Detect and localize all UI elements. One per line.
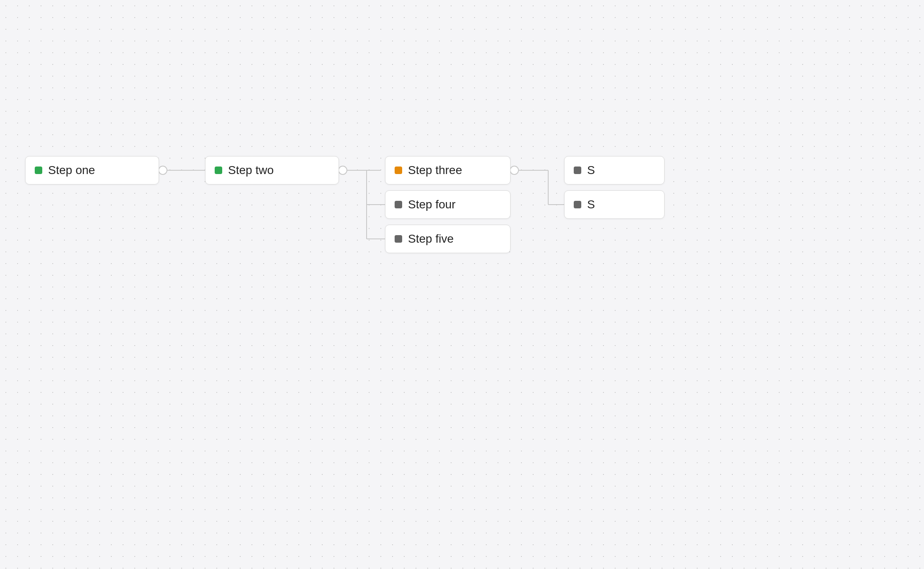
step-five-label: Step five: [408, 232, 454, 246]
step-one-dot: [35, 167, 42, 174]
step-five-node[interactable]: Step five: [385, 225, 511, 253]
step-six-dot: [574, 167, 581, 174]
step-one-node[interactable]: Step one: [25, 156, 159, 185]
connections-svg: [0, 0, 924, 569]
step-two-node[interactable]: Step two: [205, 156, 339, 185]
step-seven-dot: [574, 201, 581, 208]
step-seven-node[interactable]: S: [564, 190, 665, 219]
svg-point-8: [159, 166, 167, 174]
step-two-dot: [215, 167, 222, 174]
step-two-label: Step two: [228, 164, 274, 177]
step-four-dot: [395, 201, 402, 208]
step-six-node[interactable]: S: [564, 156, 665, 185]
step-three-dot: [395, 167, 402, 174]
step-five-dot: [395, 235, 402, 243]
step-seven-label: S: [587, 198, 595, 211]
step-three-node[interactable]: Step three: [385, 156, 511, 185]
svg-point-7: [339, 166, 347, 174]
step-four-label: Step four: [408, 198, 456, 211]
step-four-node[interactable]: Step four: [385, 190, 511, 219]
step-three-label: Step three: [408, 164, 462, 177]
step-one-label: Step one: [48, 164, 95, 177]
step-six-label: S: [587, 164, 595, 177]
flow-canvas: Step one Step two Step three Step four S…: [0, 0, 924, 569]
svg-point-6: [510, 166, 518, 174]
